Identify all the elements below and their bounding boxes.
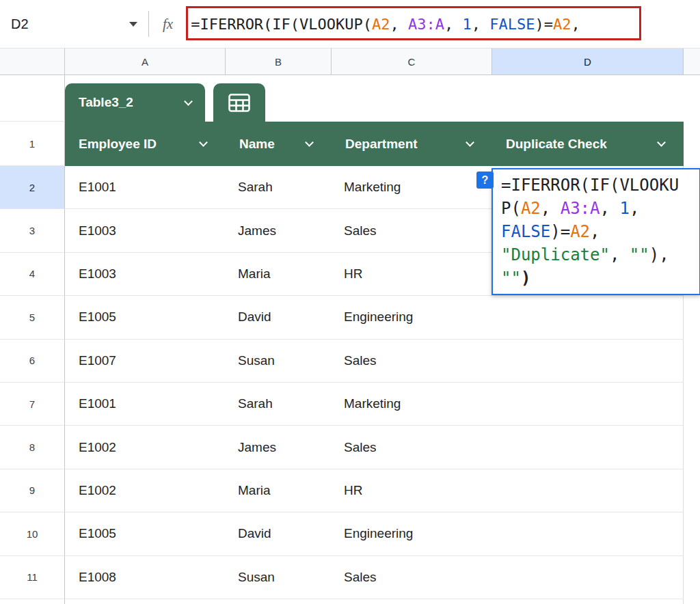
cell-C6[interactable]: Sales: [332, 340, 492, 383]
formula-tooltip: =IFERROR(IF(VLOOKUP(A2, A3:A, 1,FALSE)=A…: [492, 168, 700, 295]
formula-token: ,: [472, 16, 490, 33]
row-header-1[interactable]: 1: [0, 122, 65, 166]
formula-token: )=: [535, 16, 554, 33]
formula-token: "": [630, 245, 649, 264]
column-header-fill: [684, 49, 700, 75]
formula-token: FALSE: [489, 16, 535, 33]
toolbar-divider: [148, 11, 149, 37]
formula-token: A3:A: [561, 199, 600, 218]
cell-A10[interactable]: E1005: [65, 512, 226, 555]
cell-C11[interactable]: Sales: [332, 556, 492, 599]
column-duplicate-check-header[interactable]: Duplicate Check: [492, 122, 684, 166]
cell-A11[interactable]: E1008: [65, 556, 226, 599]
column-header-D-selected[interactable]: D: [492, 49, 684, 75]
row-header-2[interactable]: 2: [0, 166, 65, 209]
table-row: 7E1001SarahMarketing: [0, 383, 700, 426]
name-box-dropdown-icon[interactable]: [129, 22, 137, 27]
name-box-value: D2: [11, 16, 29, 32]
select-all-corner[interactable]: [0, 49, 65, 75]
row-header-10[interactable]: 10: [0, 512, 65, 555]
chevron-down-icon[interactable]: [305, 138, 314, 147]
cell-D9[interactable]: [492, 469, 684, 512]
row-header-11[interactable]: 11: [0, 556, 65, 599]
column-header-strip: A B C D: [0, 48, 700, 75]
cell-D10[interactable]: [492, 512, 684, 555]
chevron-down-icon[interactable]: [657, 138, 666, 147]
column-department-header[interactable]: Department: [332, 122, 492, 166]
formula-token: =IFERROR(IF(VLOOKU: [501, 176, 679, 195]
column-header-C[interactable]: C: [332, 49, 492, 75]
cell-C3[interactable]: Sales: [332, 209, 492, 252]
cell-C9[interactable]: HR: [332, 469, 492, 512]
column-employee-id-header[interactable]: Employee ID: [65, 122, 226, 166]
cell: [332, 599, 492, 604]
formula-token: ,: [571, 16, 580, 33]
column-header-B[interactable]: B: [226, 49, 332, 75]
row-header-7[interactable]: 7: [0, 383, 65, 426]
cell-A9[interactable]: E1002: [65, 469, 226, 512]
row-header-6[interactable]: 6: [0, 340, 65, 383]
chevron-down-icon[interactable]: [199, 138, 208, 147]
table-row: 8E1002JamesSales: [0, 426, 700, 469]
row-header-9[interactable]: 9: [0, 469, 65, 512]
cell-D7[interactable]: [492, 383, 684, 426]
cell-A5[interactable]: E1005: [65, 296, 226, 339]
table-name-chip[interactable]: Table3_2: [65, 83, 205, 122]
cell-B3[interactable]: James: [226, 209, 332, 252]
header-label: Name: [239, 137, 275, 152]
cell-B11[interactable]: Susan: [226, 556, 332, 599]
formula-token: A2: [570, 222, 590, 241]
cell-B9[interactable]: Maria: [226, 469, 332, 512]
formula-toolbar: D2 fx =IFERROR(IF(VLOOKUP(A2, A3:A, 1, F…: [0, 0, 700, 48]
cell-D8[interactable]: [492, 426, 684, 469]
cell-C7[interactable]: Marketing: [332, 383, 492, 426]
formula-text: =IFERROR(IF(VLOOKUP(A2, A3:A, 1, FALSE)=…: [191, 16, 580, 33]
table-row: 11E1008SusanSales: [0, 556, 700, 599]
cell-D5[interactable]: [492, 296, 684, 339]
table-header-row: 1 Employee ID Name Department Duplicate …: [0, 122, 700, 166]
formula-tooltip-line: =IFERROR(IF(VLOOKU: [501, 174, 691, 197]
cell-C10[interactable]: Engineering: [332, 512, 492, 555]
formula-token: )=: [550, 222, 570, 241]
cell-B2[interactable]: Sarah: [226, 166, 332, 209]
chevron-down-icon[interactable]: [466, 138, 474, 147]
column-header-A[interactable]: A: [65, 49, 226, 75]
cell: [492, 599, 684, 604]
row-header-4[interactable]: 4: [0, 253, 65, 296]
formula-token: ,: [610, 245, 630, 264]
cell-C5[interactable]: Engineering: [332, 296, 492, 339]
table-menu-chip[interactable]: [213, 83, 265, 122]
row-header-8[interactable]: 8: [0, 426, 65, 469]
cell-C8[interactable]: Sales: [332, 426, 492, 469]
cell-C4[interactable]: HR: [332, 253, 492, 296]
cell-A3[interactable]: E1003: [65, 209, 226, 252]
name-box[interactable]: D2: [0, 0, 148, 48]
help-badge[interactable]: ?: [476, 171, 494, 189]
formula-tooltip-line: P(A2, A3:A, 1,: [501, 197, 691, 220]
cell: [65, 599, 226, 604]
cell-B4[interactable]: Maria: [226, 253, 332, 296]
cell-A6[interactable]: E1007: [65, 340, 226, 383]
cell-A2[interactable]: E1001: [65, 166, 226, 209]
cell-C2[interactable]: Marketing: [332, 166, 492, 209]
formula-token: A2: [553, 16, 571, 33]
formula-input[interactable]: =IFERROR(IF(VLOOKUP(A2, A3:A, 1, FALSE)=…: [173, 0, 700, 48]
cell-B6[interactable]: Susan: [226, 340, 332, 383]
cell-A7[interactable]: E1001: [65, 383, 226, 426]
formula-token: 1: [463, 16, 472, 33]
formula-token: ,: [390, 16, 409, 33]
cell-A8[interactable]: E1002: [65, 426, 226, 469]
cell-B5[interactable]: David: [226, 296, 332, 339]
cell-A4[interactable]: E1003: [65, 253, 226, 296]
column-name-header[interactable]: Name: [226, 122, 332, 166]
formula-token: ),: [649, 245, 669, 264]
row-header-3[interactable]: 3: [0, 209, 65, 252]
cell-B8[interactable]: James: [226, 426, 332, 469]
formula-token: A2: [521, 199, 541, 218]
sheet-grid: Table3_2 1 Employee ID Name Department: [0, 75, 700, 604]
cell-B10[interactable]: David: [226, 512, 332, 555]
cell-B7[interactable]: Sarah: [226, 383, 332, 426]
cell-D11[interactable]: [492, 556, 684, 599]
cell-D6[interactable]: [492, 340, 684, 383]
row-header-5[interactable]: 5: [0, 296, 65, 339]
